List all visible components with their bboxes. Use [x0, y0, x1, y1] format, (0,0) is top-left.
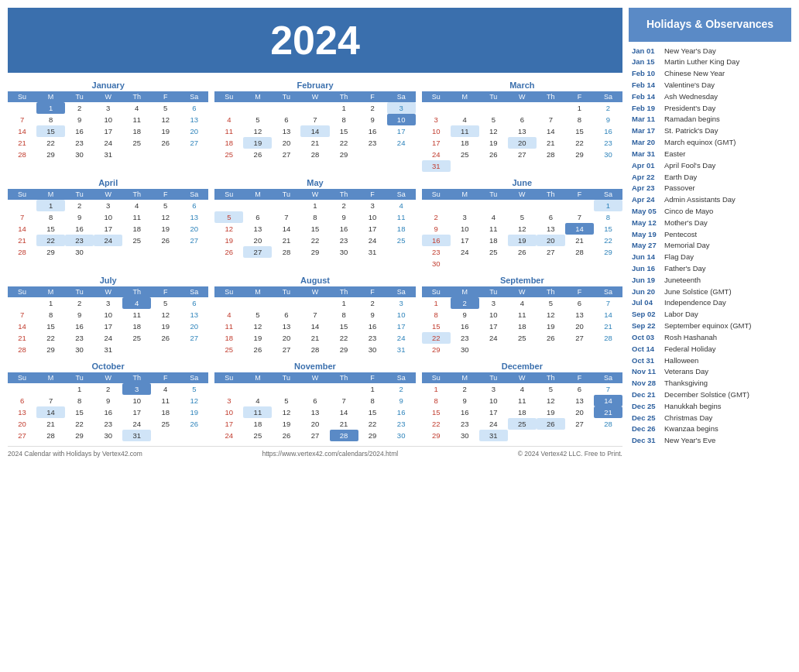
holiday-date: Mar 17 [632, 126, 661, 136]
holiday-date: Apr 01 [632, 161, 661, 171]
holiday-name: June Solstice (GMT) [664, 287, 732, 297]
holiday-name: Thanksgiving [664, 379, 708, 389]
holiday-item: Jan 15Martin Luther King Day [632, 57, 788, 67]
holiday-date: Dec 21 [632, 390, 661, 400]
holiday-item: Feb 14Valentine's Day [632, 81, 788, 91]
holiday-name: Chinese New Year [664, 69, 725, 79]
holiday-name: Ramadan begins [664, 115, 720, 125]
footer-left: 2024 Calendar with Holidays by Vertex42.… [8, 450, 142, 458]
month-january: January SuMTuWThFSa 1 2345 6 789101112 1… [8, 81, 208, 172]
footer-right: © 2024 Vertex42 LLC. Free to Print. [518, 450, 622, 458]
holiday-item: May 19Pentecost [632, 230, 788, 240]
holiday-date: Dec 31 [632, 436, 661, 446]
month-september: September SuMTuWThFSa 1 2 3456 7 8910111… [422, 276, 622, 355]
holiday-name: Juneteenth [664, 276, 701, 286]
holiday-date: Jan 15 [632, 57, 661, 67]
holiday-item: Jun 14Flag Day [632, 252, 788, 262]
holiday-name: December Solstice (GMT) [664, 390, 749, 400]
month-june: June SuMTuWThFSa 1 234567 8 910111213 [422, 178, 622, 269]
holiday-name: Cinco de Mayo [664, 207, 713, 217]
month-october: October SuMTuWThFSa 12 3 4 5 67891011 12 [8, 362, 208, 441]
holiday-date: Jun 19 [632, 276, 661, 286]
month-march: March SuMTuWThFSa 1 2 345678 9 10 [422, 81, 622, 172]
holiday-name: New Year's Eve [664, 436, 715, 446]
holiday-date: Sep 02 [632, 310, 661, 320]
holiday-item: Dec 25Hanukkah begins [632, 402, 788, 412]
holiday-name: President's Day [664, 104, 715, 114]
holiday-item: Mar 11Ramadan begins [632, 115, 788, 125]
holiday-date: Dec 25 [632, 413, 661, 423]
holiday-date: Dec 26 [632, 424, 661, 434]
holiday-name: Christmas Day [664, 413, 712, 423]
holiday-date: Jan 01 [632, 46, 661, 57]
holiday-item: Jun 16Father's Day [632, 264, 788, 274]
holiday-item: Jun 19Juneteenth [632, 276, 788, 286]
holiday-name: Passover [664, 183, 695, 194]
holiday-item: Feb 10Chinese New Year [632, 69, 788, 79]
holiday-date: Mar 31 [632, 149, 661, 159]
holiday-name: Flag Day [664, 252, 694, 262]
holiday-date: May 12 [632, 218, 661, 228]
month-december: December SuMTuWThFSa 123456 7 8910111213… [422, 362, 622, 441]
holiday-item: Feb 19President's Day [632, 104, 788, 114]
holiday-item: Sep 02Labor Day [632, 310, 788, 320]
holiday-item: Mar 20March equinox (GMT) [632, 138, 788, 148]
holiday-name: Halloween [664, 356, 698, 366]
holiday-item: May 12Mother's Day [632, 218, 788, 228]
holiday-date: Sep 22 [632, 321, 661, 331]
holiday-item: Mar 17St. Patrick's Day [632, 126, 788, 136]
main-layout: 2024 January SuMTuWThFSa 1 2345 6 [8, 8, 791, 664]
holiday-name: New Year's Day [664, 46, 716, 57]
holiday-date: Oct 14 [632, 345, 661, 355]
holiday-date: Apr 24 [632, 195, 661, 205]
holiday-item: Jun 20June Solstice (GMT) [632, 287, 788, 297]
holiday-name: Father's Day [664, 264, 706, 274]
holiday-date: Dec 25 [632, 402, 661, 412]
holiday-date: Mar 11 [632, 115, 661, 125]
holiday-item: Oct 03Rosh Hashanah [632, 333, 788, 343]
holiday-item: May 05Cinco de Mayo [632, 207, 788, 217]
holiday-date: Apr 23 [632, 183, 661, 194]
footer: 2024 Calendar with Holidays by Vertex42.… [8, 446, 622, 458]
holiday-date: Jul 04 [632, 298, 661, 308]
month-april: April SuMTuWThFSa 1 2345 6 789101112 13 [8, 178, 208, 269]
month-february: February SuMTuWThFSa 12 3 456789 10 1112… [214, 81, 415, 172]
holiday-date: Jun 16 [632, 264, 661, 274]
holiday-name: Hanukkah begins [664, 402, 721, 412]
sidebar-header: Holidays & Observances [629, 8, 791, 42]
holiday-name: September equinox (GMT) [664, 321, 751, 331]
holiday-name: April Fool's Day [664, 161, 715, 171]
holiday-item: Oct 14Federal Holiday [632, 345, 788, 355]
holiday-item: Oct 31Halloween [632, 356, 788, 366]
holiday-item: Dec 31New Year's Eve [632, 436, 788, 446]
holiday-date: Feb 10 [632, 69, 661, 79]
holiday-item: Sep 22September equinox (GMT) [632, 321, 788, 331]
holiday-name: Easter [664, 149, 685, 159]
holiday-item: Feb 14Ash Wednesday [632, 92, 788, 102]
holiday-date: Feb 19 [632, 104, 661, 114]
footer-center: https://www.vertex42.com/calendars/2024.… [262, 450, 398, 458]
holiday-date: Oct 03 [632, 333, 661, 343]
holiday-name: Memorial Day [664, 241, 710, 251]
month-august: August SuMTuWThFSa 12 3 456789 10 111213… [214, 276, 415, 355]
month-july: July SuMTuWThFSa 123 4 5 6 789101112 13 [8, 276, 208, 355]
holiday-name: Pentecost [664, 230, 697, 240]
holiday-name: St. Patrick's Day [664, 126, 718, 136]
holiday-name: Valentine's Day [664, 81, 715, 91]
holiday-date: Nov 28 [632, 379, 661, 389]
holiday-date: May 05 [632, 207, 661, 217]
holiday-item: Apr 24Admin Assistants Day [632, 195, 788, 205]
holidays-list: Jan 01New Year's DayJan 15Martin Luther … [629, 42, 791, 452]
holiday-item: Dec 25Christmas Day [632, 413, 788, 423]
holiday-item: Apr 22Earth Day [632, 173, 788, 183]
holiday-date: Jun 14 [632, 252, 661, 262]
holiday-name: Martin Luther King Day [664, 57, 739, 67]
calendar-section: 2024 January SuMTuWThFSa 1 2345 6 [8, 8, 622, 664]
month-may: May SuMTuWThFSa 123 4 5 678910 11 [214, 178, 415, 269]
holiday-name: Independence Day [664, 298, 726, 308]
holiday-date: Jun 20 [632, 287, 661, 297]
holiday-item: Nov 28Thanksgiving [632, 379, 788, 389]
holiday-date: Oct 31 [632, 356, 661, 366]
year-header: 2024 [8, 8, 622, 73]
holiday-date: May 19 [632, 230, 661, 240]
